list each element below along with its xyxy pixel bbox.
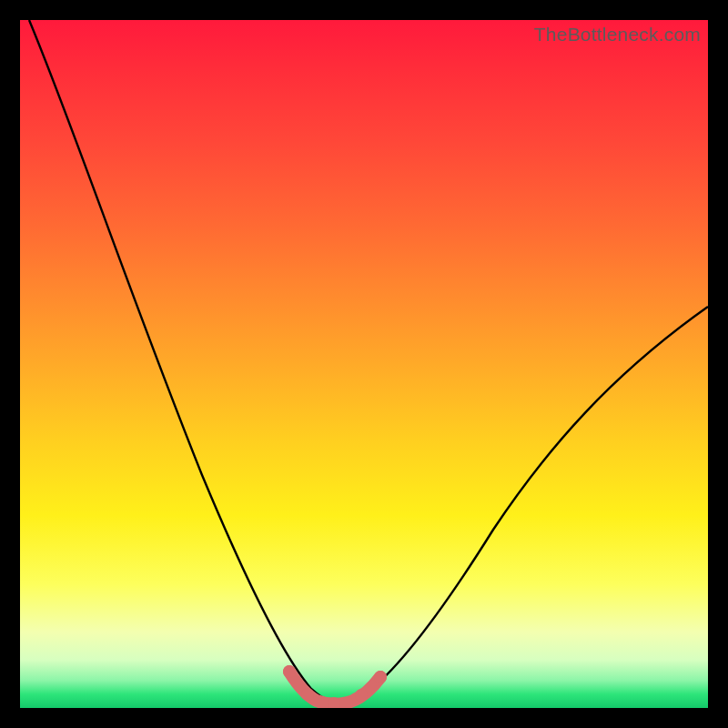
highlight-dot	[301, 688, 314, 701]
highlight-dot	[283, 665, 296, 678]
chart-frame: TheBottleneck.com	[0, 0, 728, 728]
curve-path	[29, 20, 708, 701]
highlight-dot	[374, 671, 387, 683]
highlight-dot	[355, 689, 368, 702]
bottleneck-curve	[20, 20, 708, 708]
plot-area: TheBottleneck.com	[20, 20, 708, 708]
